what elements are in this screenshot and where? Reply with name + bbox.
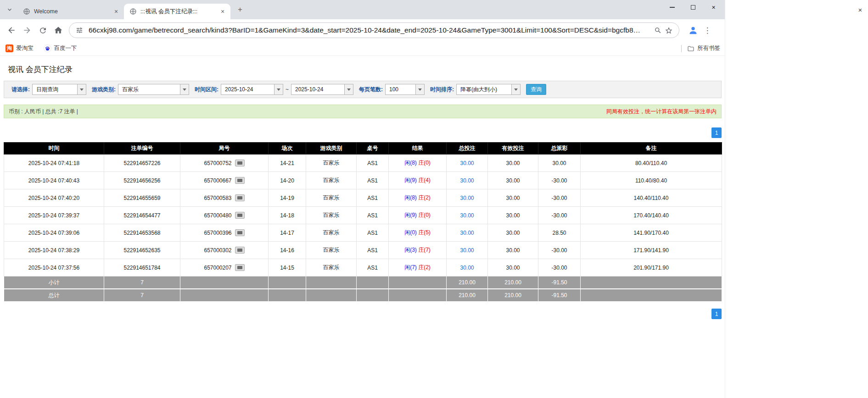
round-number: 657000667: [204, 177, 231, 184]
chevron-down-icon[interactable]: [77, 84, 86, 94]
subtotal-payout: -91.50: [538, 276, 581, 289]
result-banker: 庄(2): [418, 264, 431, 271]
game-type-select[interactable]: 百家乐: [118, 84, 189, 95]
search-button[interactable]: 查询: [526, 84, 546, 95]
home-icon[interactable]: [50, 22, 66, 38]
cell-session: 14-20: [269, 172, 306, 189]
window-maximize-icon[interactable]: [683, 0, 703, 15]
bookmark-taobao[interactable]: 淘 爱淘宝: [6, 44, 34, 52]
table-row: 2025-10-24 07:40:43 522914656256 6570006…: [4, 172, 722, 189]
result-banker: 庄(5): [418, 229, 431, 236]
empty-cell: [389, 276, 447, 289]
total-bet-link[interactable]: 30.00: [460, 230, 474, 236]
chevron-down-icon[interactable]: [274, 84, 283, 94]
all-bookmarks-button[interactable]: 所有书签: [687, 44, 720, 52]
table-row: 2025-10-24 07:38:29 522914652635 6570003…: [4, 242, 722, 259]
subtotal-total-bet: 210.00: [447, 276, 488, 289]
date-separator: ~: [286, 86, 289, 93]
tab-welcome[interactable]: Welcome ×: [17, 4, 124, 19]
total-bet-link[interactable]: 30.00: [460, 195, 474, 201]
total-bet-link[interactable]: 30.00: [460, 160, 474, 166]
query-type-value: 日期查询: [33, 84, 77, 94]
profile-icon[interactable]: [686, 23, 700, 38]
cell-time: 2025-10-24 07:40:43: [4, 172, 104, 189]
tab-close-icon[interactable]: ×: [218, 7, 227, 16]
video-replay-icon[interactable]: [235, 160, 245, 166]
result-player: 闲(8): [404, 160, 417, 166]
empty-cell: [269, 289, 306, 302]
new-tab-button[interactable]: +: [234, 4, 246, 16]
cell-valid-bet: 30.00: [488, 207, 538, 224]
cell-bet-id: 522914652635: [104, 242, 180, 259]
cell-total-bet: 30.00: [447, 155, 488, 172]
bookmark-baidu[interactable]: 百度一下: [44, 44, 77, 52]
total-label: 总计: [4, 289, 104, 302]
video-replay-icon[interactable]: [235, 212, 245, 219]
tab-close-icon[interactable]: ×: [112, 7, 120, 16]
cell-valid-bet: 30.00: [488, 242, 538, 259]
site-info-icon[interactable]: [74, 27, 85, 34]
cell-total-bet: 30.00: [447, 259, 488, 276]
browser-menu-icon[interactable]: ⋮: [701, 23, 713, 38]
col-bet-id: 注单编号: [104, 143, 180, 155]
outer-close-icon[interactable]: ×: [856, 5, 865, 14]
sort-select[interactable]: 降幂(由大到小): [456, 84, 521, 95]
result-player: 闲(3): [404, 247, 417, 253]
date-end-value: 2025-10-24: [291, 84, 344, 94]
cell-round: 657000667: [180, 172, 269, 189]
window-controls: ×: [662, 0, 724, 15]
sort-value: 降幂(由大到小): [457, 84, 511, 94]
chevron-down-icon[interactable]: [344, 84, 353, 94]
cell-session: 14-16: [269, 242, 306, 259]
cell-remark: 140.40/110.40: [581, 189, 722, 207]
forward-icon[interactable]: [19, 22, 35, 38]
total-bet-link[interactable]: 30.00: [460, 265, 474, 271]
tab-search-chevron-icon[interactable]: [4, 4, 16, 16]
date-start-select[interactable]: 2025-10-24: [221, 84, 283, 95]
total-bet-link[interactable]: 30.00: [460, 247, 474, 254]
total-bet-link[interactable]: 30.00: [460, 212, 474, 219]
cell-result: 闲(8) 庄(2): [389, 189, 447, 207]
bookmark-star-icon[interactable]: [663, 26, 674, 34]
total-row: 总计 7 210.00 210.00 -91.50: [4, 289, 722, 302]
cell-session: 14-21: [269, 155, 306, 172]
window-minimize-icon[interactable]: [662, 0, 683, 15]
video-replay-icon[interactable]: [235, 229, 245, 236]
video-replay-icon[interactable]: [235, 194, 245, 201]
date-end-select[interactable]: 2025-10-24: [291, 84, 353, 95]
subtotal-label: 小计: [4, 276, 104, 289]
cell-valid-bet: 30.00: [488, 224, 538, 242]
empty-cell: [581, 289, 722, 302]
subtotal-count: 7: [104, 276, 180, 289]
query-type-select[interactable]: 日期查询: [32, 84, 86, 95]
folder-icon: [687, 45, 694, 52]
cell-remark: 110.40/80.40: [581, 172, 722, 189]
chevron-down-icon[interactable]: [415, 84, 424, 94]
total-bet-link[interactable]: 30.00: [460, 177, 474, 184]
refresh-icon[interactable]: [35, 22, 50, 38]
chevron-down-icon[interactable]: [180, 84, 189, 94]
table-row: 2025-10-24 07:39:06 522914653568 6570003…: [4, 224, 722, 242]
back-icon[interactable]: [4, 22, 19, 38]
page-title: 视讯 会员下注纪录: [8, 64, 725, 75]
page-size-select[interactable]: 100: [385, 84, 425, 95]
empty-cell: [306, 276, 357, 289]
cell-payout: 30.00: [538, 155, 581, 172]
tab-betrecord[interactable]: :::视讯 会员下注纪录::: ×: [124, 4, 230, 19]
pagination-button[interactable]: 1: [711, 127, 722, 138]
address-bar[interactable]: 66cxkj98.com/game/betrecord_search/kind3…: [69, 22, 679, 38]
zoom-icon[interactable]: [652, 27, 663, 34]
cell-result: 闲(0) 庄(5): [389, 224, 447, 242]
chevron-down-icon[interactable]: [511, 84, 520, 94]
window-close-icon[interactable]: ×: [703, 0, 724, 15]
cell-result: 闲(9) 庄(4): [389, 172, 447, 189]
cell-remark: 170.40/140.40: [581, 207, 722, 224]
video-replay-icon[interactable]: [235, 177, 245, 184]
cell-payout: -30.00: [538, 242, 581, 259]
browser-window: Welcome × :::视讯 会员下注纪录::: × + ×: [0, 0, 725, 398]
pagination-button[interactable]: 1: [711, 309, 722, 319]
round-number: 657000480: [204, 212, 231, 219]
video-replay-icon[interactable]: [235, 247, 245, 254]
cell-game: 百家乐: [306, 155, 357, 172]
video-replay-icon[interactable]: [235, 264, 245, 271]
